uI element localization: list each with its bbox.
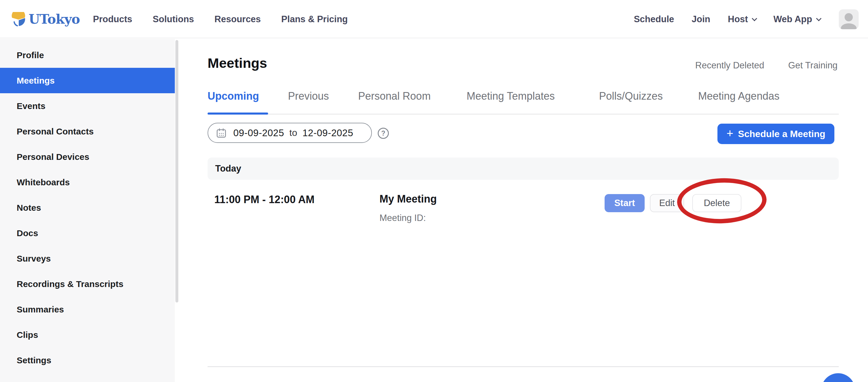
main-nav: Products Solutions Resources Plans & Pri…: [93, 0, 348, 38]
recently-deleted-link[interactable]: Recently Deleted: [695, 60, 764, 71]
sidebar-item-personal-devices[interactable]: Personal Devices: [0, 144, 179, 169]
list-bottom-divider: [208, 366, 839, 367]
nav-schedule[interactable]: Schedule: [634, 14, 674, 25]
nav-webapp-dropdown[interactable]: Web App: [773, 14, 820, 25]
tab-previous[interactable]: Previous: [288, 90, 329, 102]
nav-host-dropdown[interactable]: Host: [728, 14, 756, 25]
chevron-down-icon: [816, 16, 821, 21]
user-avatar[interactable]: [839, 9, 859, 29]
nav-products[interactable]: Products: [93, 14, 132, 25]
zoom-web-portal-page: UTokyo Products Solutions Resources Plan…: [0, 0, 868, 382]
schedule-a-meeting-button[interactable]: + Schedule a Meeting: [717, 124, 834, 144]
tab-upcoming[interactable]: Upcoming: [208, 90, 259, 102]
nav-host-label: Host: [728, 14, 748, 25]
sidebar-item-surveys[interactable]: Surveys: [0, 246, 179, 271]
meeting-title: My Meeting: [379, 193, 437, 205]
tab-meeting-agendas[interactable]: Meeting Agendas: [698, 90, 779, 102]
start-button[interactable]: Start: [604, 194, 645, 212]
page-title: Meetings: [208, 55, 267, 71]
active-tab-indicator: [208, 113, 268, 115]
sidebar-item-profile[interactable]: Profile: [0, 42, 179, 68]
today-section-header: Today: [208, 158, 839, 180]
chevron-down-icon: [752, 16, 757, 21]
delete-button[interactable]: Delete: [692, 194, 741, 212]
nav-resources[interactable]: Resources: [215, 14, 261, 25]
logo-text: UTokyo: [29, 12, 80, 27]
today-label: Today: [215, 163, 241, 174]
nav-join[interactable]: Join: [692, 14, 710, 25]
get-training-link[interactable]: Get Training: [788, 60, 838, 71]
tab-polls-quizzes[interactable]: Polls/Quizzes: [599, 90, 663, 102]
sidebar-item-clips[interactable]: Clips: [0, 322, 179, 348]
sidebar-item-docs[interactable]: Docs: [0, 220, 179, 246]
plus-icon: +: [726, 127, 733, 139]
sidebar-item-meetings[interactable]: Meetings: [0, 68, 175, 93]
floating-help-button[interactable]: [821, 373, 855, 382]
avatar-person-icon: [841, 23, 857, 29]
date-from-value[interactable]: 09-09-2025: [233, 127, 284, 138]
utokyo-logo[interactable]: UTokyo: [11, 0, 80, 38]
meeting-time: 11:00 PM - 12:00 AM: [214, 193, 315, 206]
schedule-button-label: Schedule a Meeting: [738, 129, 825, 139]
edit-button[interactable]: Edit: [650, 194, 684, 212]
header-right-nav: Schedule Join Host Web App: [634, 0, 859, 38]
date-to-value[interactable]: 12-09-2025: [303, 127, 353, 138]
calendar-icon: [216, 127, 227, 138]
sidebar-item-recordings-transcripts[interactable]: Recordings & Transcripts: [0, 271, 179, 297]
sidebar-item-notes[interactable]: Notes: [0, 195, 179, 220]
date-range-picker[interactable]: 09-09-2025 to 12-09-2025: [208, 123, 372, 143]
nav-solutions[interactable]: Solutions: [153, 14, 194, 25]
top-header-bar: UTokyo Products Solutions Resources Plan…: [0, 0, 868, 38]
left-sidebar: Profile Meetings Events Personal Contact…: [0, 39, 179, 382]
date-to-label: to: [289, 127, 297, 138]
sidebar-scrollbar-track: [175, 39, 179, 382]
tab-personal-room[interactable]: Personal Room: [358, 90, 431, 102]
sidebar-item-personal-contacts[interactable]: Personal Contacts: [0, 119, 179, 144]
sidebar-item-events[interactable]: Events: [0, 93, 179, 119]
meeting-id-label: Meeting ID:: [379, 213, 426, 223]
sidebar-scrollbar-thumb[interactable]: [176, 40, 178, 303]
help-icon[interactable]: ?: [378, 128, 389, 139]
nav-plans-pricing[interactable]: Plans & Pricing: [281, 14, 348, 25]
sidebar-item-settings[interactable]: Settings: [0, 348, 179, 373]
nav-webapp-label: Web App: [773, 14, 812, 25]
sidebar-item-whiteboards[interactable]: Whiteboards: [0, 169, 179, 195]
utokyo-ginkgo-icon: [11, 12, 26, 27]
tab-meeting-templates[interactable]: Meeting Templates: [467, 90, 555, 102]
sidebar-item-summaries[interactable]: Summaries: [0, 297, 179, 322]
avatar-person-icon: [845, 13, 853, 21]
tabs-underline-track: [208, 114, 839, 115]
